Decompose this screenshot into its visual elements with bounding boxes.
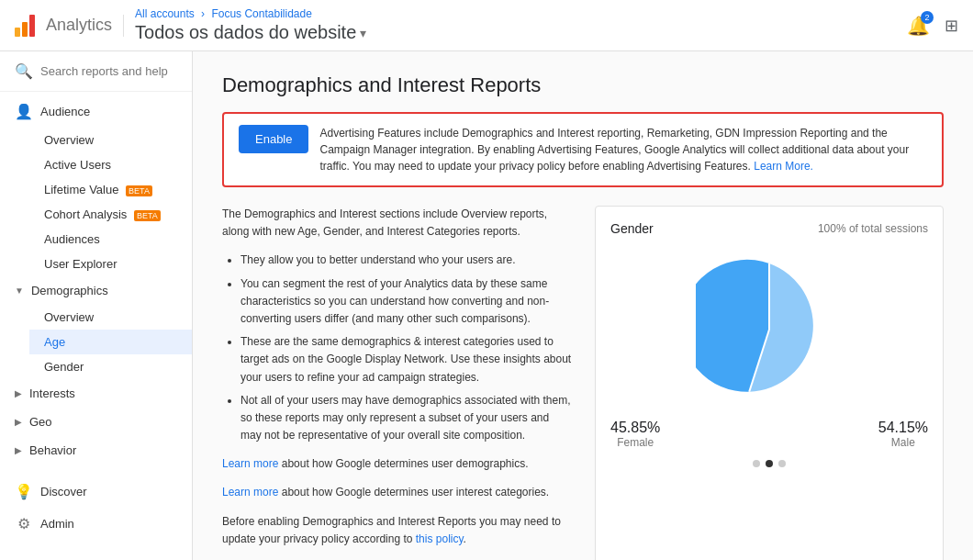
right-column-chart: Gender 100% of total sessions	[595, 206, 944, 560]
chart-pagination-dots	[610, 460, 928, 467]
geo-label: Geo	[29, 415, 52, 429]
main-layout: 🔍 👤 Audience Overview Active Users Lifet…	[0, 51, 973, 560]
sidebar-item-audience[interactable]: 👤 Audience	[0, 95, 192, 128]
demo-overview-label: Overview	[44, 310, 94, 324]
admin-label: Admin	[40, 517, 74, 531]
cohort-analysis-label: Cohort Analysis	[44, 207, 127, 221]
sidebar-item-user-explorer[interactable]: User Explorer	[29, 252, 192, 276]
sidebar-item-lifetime-value[interactable]: Lifetime Value BETA	[29, 177, 192, 202]
chart-dot-2[interactable]	[766, 460, 773, 467]
female-label-group: 45.85% Female	[610, 420, 660, 449]
arrow-right-behavior-icon: ▶	[15, 445, 22, 455]
privacy-para: Before enabling Demographics and Interes…	[222, 513, 573, 548]
learn-more-text-2: about how Google determines user interes…	[278, 486, 549, 498]
breadcrumb: All accounts › Focus Contabilidade	[135, 7, 366, 20]
topbar-right: 🔔 2 ⊞	[907, 15, 958, 37]
lifetime-value-badge: BETA	[126, 185, 152, 196]
apps-grid-icon[interactable]: ⊞	[945, 16, 958, 36]
analytics-logo	[15, 15, 35, 37]
site-selector[interactable]: Todos os dados do website ▾	[135, 22, 366, 43]
main-content: Demographics and Interest Reports Enable…	[193, 51, 973, 560]
topbar: Analytics All accounts › Focus Contabili…	[0, 0, 973, 51]
sidebar-item-overview[interactable]: Overview	[29, 128, 192, 152]
chart-header: Gender 100% of total sessions	[610, 221, 928, 236]
learn-more-para-2: Learn more about how Google determines u…	[222, 484, 573, 501]
banner-text: Advertising Features include Demographic…	[319, 125, 927, 174]
person-icon: 👤	[15, 103, 33, 120]
bullet-item-1: They allow you to better understand who …	[240, 252, 573, 269]
app-title: Analytics	[46, 16, 112, 35]
chevron-down-icon: ▾	[360, 26, 366, 40]
left-column: The Demographics and Interest sections i…	[222, 206, 573, 560]
sidebar-group-interests[interactable]: ▶ Interests	[0, 379, 192, 408]
sidebar-item-audiences[interactable]: Audiences	[29, 227, 192, 252]
enable-banner: Enable Advertising Features include Demo…	[222, 112, 944, 187]
logo-bar-1	[15, 28, 20, 37]
search-icon: 🔍	[15, 62, 33, 80]
bullet-item-2: You can segment the rest of your Analyti…	[240, 275, 573, 329]
audience-label: Audience	[40, 105, 90, 118]
gear-icon: ⚙	[15, 515, 33, 532]
sidebar-group-demographics[interactable]: ▼ Demographics	[0, 276, 192, 305]
sidebar-item-demo-gender[interactable]: Gender	[29, 354, 192, 379]
breadcrumb-all-accounts[interactable]: All accounts	[135, 7, 195, 20]
notif-badge: 2	[921, 11, 934, 24]
sidebar-item-demo-age[interactable]: Age	[29, 330, 192, 354]
demographics-label: Demographics	[31, 284, 108, 297]
overview-label: Overview	[44, 133, 94, 147]
sidebar: 🔍 👤 Audience Overview Active Users Lifet…	[0, 51, 193, 560]
enable-button[interactable]: Enable	[239, 125, 308, 153]
sidebar-group-geo[interactable]: ▶ Geo	[0, 408, 192, 436]
intro-paragraph: The Demographics and Interest sections i…	[222, 206, 573, 241]
sidebar-item-demo-overview[interactable]: Overview	[29, 305, 192, 330]
notifications-button[interactable]: 🔔 2	[907, 15, 930, 37]
bullet-item-4: Not all of your users may have demograph…	[240, 392, 573, 445]
breadcrumb-current: Focus Contabilidade	[211, 7, 311, 20]
cohort-badge: BETA	[134, 210, 161, 221]
male-label: Male	[878, 436, 928, 449]
chart-dot-3[interactable]	[778, 460, 786, 467]
male-label-group: 54.15% Male	[878, 420, 928, 449]
logo-bar-3	[29, 15, 35, 37]
topbar-left: Analytics All accounts › Focus Contabili…	[15, 7, 366, 43]
pie-chart-container	[610, 247, 928, 412]
breadcrumb-separator: ›	[201, 7, 205, 20]
sidebar-item-discover[interactable]: 💡 Discover	[0, 476, 192, 508]
privacy-link[interactable]: this policy	[416, 532, 464, 545]
sidebar-sub-audience: Overview Active Users Lifetime Value BET…	[0, 128, 192, 276]
privacy-text-2: .	[464, 532, 466, 545]
arrow-right-geo-icon: ▶	[15, 417, 22, 427]
learn-more-link-2[interactable]: Learn more	[222, 486, 278, 498]
search-input[interactable]	[40, 64, 193, 78]
interests-label: Interests	[29, 386, 75, 400]
sidebar-group-behavior[interactable]: ▶ Behavior	[0, 436, 192, 465]
arrow-down-icon: ▼	[15, 286, 24, 296]
pie-labels: 45.85% Female 54.15% Male	[610, 420, 928, 449]
demo-age-label: Age	[44, 335, 65, 349]
user-explorer-label: User Explorer	[44, 257, 117, 271]
bullet-item-3: These are the same demographics & intere…	[240, 333, 573, 386]
male-percentage: 54.15%	[878, 420, 928, 436]
sidebar-item-admin[interactable]: ⚙ Admin	[0, 508, 192, 540]
site-selector-label: Todos os dados do website	[135, 22, 356, 43]
sidebar-item-active-users[interactable]: Active Users	[29, 152, 192, 177]
chart-subtitle: 100% of total sessions	[818, 222, 928, 235]
active-users-label: Active Users	[44, 158, 111, 172]
page-title: Demographics and Interest Reports	[222, 73, 944, 97]
privacy-text-1: Before enabling Demographics and Interes…	[222, 515, 561, 545]
discover-label: Discover	[40, 485, 87, 498]
behavior-label: Behavior	[29, 443, 76, 457]
female-label: Female	[610, 436, 660, 449]
arrow-right-interests-icon: ▶	[15, 388, 22, 398]
sidebar-sub-demographics: Overview Age Gender	[0, 305, 192, 379]
learn-more-link-1[interactable]: Learn more	[222, 457, 278, 470]
sidebar-search-area: 🔍	[0, 51, 192, 92]
chart-title: Gender	[610, 221, 654, 236]
sidebar-section-audience: 👤 Audience Overview Active Users Lifetim…	[0, 92, 192, 468]
learn-more-para-1: Learn more about how Google determines u…	[222, 455, 573, 473]
banner-learn-more-link[interactable]: Learn More.	[754, 160, 813, 173]
learn-more-text-1: about how Google determines user demogra…	[278, 457, 528, 470]
logo-bar-2	[22, 22, 28, 37]
chart-dot-1[interactable]	[753, 460, 760, 467]
sidebar-item-cohort-analysis[interactable]: Cohort Analysis BETA	[29, 202, 192, 227]
